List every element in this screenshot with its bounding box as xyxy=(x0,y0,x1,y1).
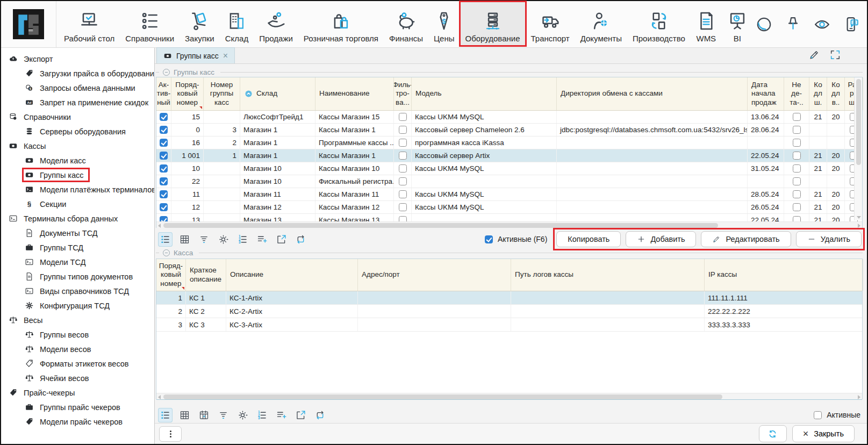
table-row[interactable]: 10Магазин 10Кассы Магазин 10Кассы UKM4 M… xyxy=(156,162,862,175)
column-header-code_h[interactable]: Ко дл в.. xyxy=(827,77,845,110)
sidebar-item-Серверы оборудования[interactable]: Серверы оборудования xyxy=(1,124,154,139)
column-header-filtered[interactable]: Филь-тро-ва... xyxy=(394,77,412,110)
column-header-name[interactable]: Наименование xyxy=(315,77,394,110)
table-row[interactable]: 1 0011Магазин 1Кассы Магазин 1Кассовый с… xyxy=(156,149,862,162)
sidebar-item-Запросы обмена данными[interactable]: $Запросы обмена данными xyxy=(1,81,154,95)
sidebar-item-Прайс-чекеры[interactable]: Прайс-чекеры xyxy=(1,385,154,400)
sidebar-item-Форматы этикеток весов[interactable]: Форматы этикеток весов xyxy=(1,356,154,371)
eye-icon[interactable] xyxy=(813,16,831,33)
row-checkbox[interactable] xyxy=(160,113,168,121)
sidebar-item-Модели касс[interactable]: Модели касс xyxy=(1,153,154,168)
list-view-icon[interactable] xyxy=(158,232,173,247)
row-checkbox[interactable] xyxy=(399,177,407,185)
column-header-active[interactable]: Ак-тив-ный xyxy=(156,77,171,110)
vertical-scrollbar[interactable] xyxy=(854,77,862,220)
nav-item-Производство[interactable]: Производство xyxy=(628,2,690,45)
row-checkbox[interactable] xyxy=(160,152,168,160)
table-row[interactable]: 2КС 2КС-2-Artix222.22.2.222 xyxy=(156,305,862,318)
collapse-icon[interactable] xyxy=(163,249,170,256)
row-checkbox[interactable] xyxy=(399,203,407,211)
collapse-icon[interactable] xyxy=(163,69,170,76)
row-checkbox[interactable] xyxy=(399,126,407,134)
copy-button[interactable]: Копировать xyxy=(556,231,621,247)
table-row[interactable]: 22Магазин 10Фискальный регистра... xyxy=(156,175,862,188)
sort-asc-icon[interactable] xyxy=(244,89,253,98)
active-filter-checkbox[interactable] xyxy=(485,235,493,243)
sidebar-item-Экспорт[interactable]: Экспорт xyxy=(1,52,154,66)
sidebar-item-Загрузки прайса в оборудование[interactable]: Загрузки прайса в оборудование xyxy=(1,66,154,81)
sidebar-item-Группы весов[interactable]: Группы весов xyxy=(1,327,154,342)
row-checkbox[interactable] xyxy=(399,190,407,198)
sidebar-item-Ячейки весов[interactable]: Ячейки весов xyxy=(1,371,154,385)
nav-item-BI[interactable]: BI xyxy=(722,2,752,45)
tab-groups-kass[interactable]: Группы касс × xyxy=(156,47,235,63)
sidebar-item-Секции[interactable]: §Секции xyxy=(1,197,154,211)
edit-button[interactable]: Редактировать xyxy=(701,231,791,247)
column-header-addr[interactable]: Адрес/порт xyxy=(358,259,511,291)
sidebar-item-Модели платёжных терминалов[interactable]: Модели платёжных терминалов xyxy=(1,182,154,197)
column-header-desc[interactable]: Описание xyxy=(226,259,358,291)
nav-item-Справочники[interactable]: Справочники xyxy=(120,2,179,45)
nav-item-Транспорт[interactable]: Транспорт xyxy=(526,2,575,45)
addlist-icon[interactable] xyxy=(255,232,269,247)
table-row[interactable]: 03Магазин 1Кассы Магазин 1Кассовый серве… xyxy=(156,124,862,137)
column-header-order[interactable]: Поряд-ковый номер xyxy=(156,259,186,291)
column-header-ip[interactable]: IP кассы xyxy=(705,259,863,291)
row-checkbox[interactable] xyxy=(160,190,168,198)
nav-item-Финансы[interactable]: Финансы xyxy=(384,2,428,45)
grid-icon[interactable] xyxy=(177,408,192,422)
nav-item-Рабочий стол[interactable]: Рабочий стол xyxy=(59,2,119,45)
app-logo-icon[interactable] xyxy=(13,9,44,39)
numlist-icon[interactable]: 123 xyxy=(255,408,269,422)
nav-item-Продажи[interactable]: Продажи xyxy=(254,2,298,45)
sidebar-item-Модели весов[interactable]: Модели весов xyxy=(1,342,154,356)
sidebar-item-Модели прайс чекеров[interactable]: Модели прайс чекеров xyxy=(1,414,154,429)
clock-icon[interactable] xyxy=(755,16,773,33)
table-row[interactable]: 11Магазин 11Кассы Магазин 11Кассы UKM4 M… xyxy=(156,188,862,201)
row-checkbox[interactable] xyxy=(793,113,801,121)
row-checkbox[interactable] xyxy=(793,139,801,147)
delete-button[interactable]: Удалить xyxy=(796,231,862,247)
row-checkbox[interactable] xyxy=(793,203,801,211)
column-header-code_w[interactable]: Ко дл ш. xyxy=(809,77,827,110)
row-checkbox[interactable] xyxy=(160,177,168,185)
column-header-log[interactable]: Путь логов кассы xyxy=(511,259,705,291)
row-checkbox[interactable] xyxy=(160,139,168,147)
sidebar-item-Конфигурация ТСД[interactable]: Конфигурация ТСД xyxy=(1,298,154,313)
grid-icon[interactable] xyxy=(177,232,192,247)
edit-pencil-icon[interactable] xyxy=(808,49,820,61)
sidebar-item-Группы типов документов[interactable]: Группы типов документов xyxy=(1,269,154,284)
row-checkbox[interactable] xyxy=(793,152,801,160)
sidebar-item-Группы касс[interactable]: Группы касс xyxy=(1,168,154,182)
table-row[interactable]: 13Магазин 13Кассы Магазин 1322.05.242120 xyxy=(156,214,862,221)
filter-icon[interactable] xyxy=(197,232,211,247)
nav-item-WMS[interactable]: WMS xyxy=(691,2,721,45)
row-checkbox[interactable] xyxy=(160,126,168,134)
sidebar-item-Запрет на применение скидок[interactable]: AdЗапрет на применение скидок xyxy=(1,95,154,110)
nav-item-Розничная торговля[interactable]: Розничная торговля xyxy=(299,2,383,45)
refresh-button[interactable] xyxy=(759,425,787,442)
row-checkbox[interactable] xyxy=(160,216,168,221)
row-checkbox[interactable] xyxy=(160,164,168,173)
row-checkbox[interactable] xyxy=(399,139,407,147)
numlist-icon[interactable]: 123 xyxy=(235,232,250,247)
expand-icon[interactable] xyxy=(829,49,841,61)
nav-item-Закупки[interactable]: Закупки xyxy=(180,2,219,45)
column-header-date[interactable]: Дата начала продаж xyxy=(748,77,784,110)
tab-close-icon[interactable]: × xyxy=(223,52,228,60)
nav-item-Цены[interactable]: $Цены xyxy=(429,2,460,45)
more-menu-button[interactable] xyxy=(159,426,182,442)
column-header-group_no[interactable]: Номер группы касс xyxy=(204,77,240,110)
row-checkbox[interactable] xyxy=(399,113,407,121)
reload-icon[interactable] xyxy=(313,408,327,422)
row-checkbox[interactable] xyxy=(793,126,801,134)
sidebar-item-Справочники[interactable]: Справочники xyxy=(1,110,154,124)
pin-icon[interactable] xyxy=(784,16,802,33)
row-checkbox[interactable] xyxy=(793,216,801,221)
column-header-warehouse[interactable]: Склад xyxy=(240,77,315,110)
sidebar-item-Документы ТСД[interactable]: Документы ТСД xyxy=(1,226,154,240)
column-header-no_detail[interactable]: Не де-та-.. xyxy=(784,77,809,110)
table-row[interactable]: 1КС 1КС-1-Artix111.11.1.111 xyxy=(156,291,862,305)
nav-item-Документы[interactable]: Документы xyxy=(576,2,627,45)
table-row[interactable]: 12Магазин 12Кассы Магазин 12Кассы UKM4 M… xyxy=(156,201,862,214)
